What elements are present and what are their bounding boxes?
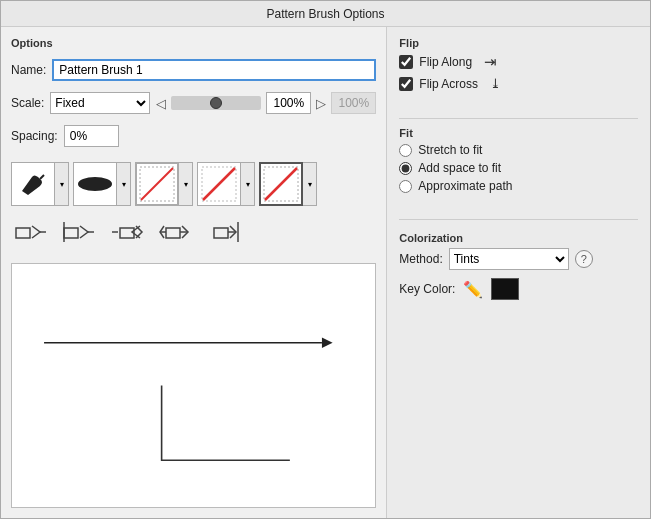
brush-tile-5-dropdown[interactable]: ▾	[303, 162, 317, 206]
scale-label: Scale:	[11, 96, 44, 110]
diagonal-tile-icon	[139, 166, 175, 202]
key-color-swatch[interactable]	[491, 278, 519, 300]
scale-select[interactable]: Fixed Proportional	[50, 92, 150, 114]
brush-tile-3-group: ▾	[135, 162, 193, 206]
svg-rect-14	[166, 228, 180, 238]
info-symbol: ?	[581, 253, 587, 265]
flip-along-checkbox[interactable]	[399, 55, 413, 69]
divider-1	[399, 118, 638, 119]
brush-tile-4[interactable]	[197, 162, 241, 206]
preview-svg	[12, 264, 375, 507]
approximate-radio[interactable]	[399, 180, 412, 193]
arrow-icon-4	[158, 218, 192, 246]
svg-rect-12	[120, 228, 134, 238]
arrow-icon-5	[206, 218, 240, 246]
fit-section-label: Fit	[399, 127, 638, 139]
brush-tile-1-group: ▾	[11, 162, 69, 206]
spacing-label: Spacing:	[11, 129, 58, 143]
brush-tile-3[interactable]	[135, 162, 179, 206]
stretch-to-fit-row: Stretch to fit	[399, 143, 638, 157]
svg-line-4	[203, 168, 235, 200]
arrow-btn-5[interactable]	[203, 216, 243, 248]
svg-point-0	[78, 177, 112, 191]
add-space-label: Add space to fit	[418, 161, 501, 175]
info-icon[interactable]: ?	[575, 250, 593, 268]
arrow-icon-3	[110, 218, 144, 246]
flip-section: Flip Flip Along ⇥ Flip Across ⤓	[399, 37, 638, 96]
flip-across-row: Flip Across ⤓	[399, 76, 638, 91]
options-section-label: Options	[11, 37, 376, 49]
brush-tip-icon	[18, 169, 48, 199]
key-color-label: Key Color:	[399, 282, 455, 296]
pattern-brush-options-dialog: Pattern Brush Options Options Name: Scal…	[0, 0, 651, 519]
flip-along-label: Flip Along	[419, 55, 472, 69]
arrow-btn-4[interactable]	[155, 216, 195, 248]
scale-slider-container: ◁ ▷	[156, 92, 376, 114]
method-row: Method: None Tints Tints and Shades Hue …	[399, 248, 638, 270]
svg-line-2	[141, 168, 173, 200]
flip-across-icon: ⤓	[490, 76, 501, 91]
scale-slider[interactable]	[171, 96, 261, 110]
spacing-input[interactable]	[64, 125, 119, 147]
name-label: Name:	[11, 63, 46, 77]
right-panel: Flip Flip Along ⇥ Flip Across ⤓ Fit	[386, 27, 650, 518]
svg-marker-21	[322, 337, 333, 348]
colorization-section: Colorization Method: None Tints Tints an…	[399, 232, 638, 300]
window-title: Pattern Brush Options	[266, 7, 384, 21]
eyedropper-icon[interactable]: ✏️	[463, 280, 483, 299]
brush-tile-2-group: ▾	[73, 162, 131, 206]
arrow-btn-3[interactable]	[107, 216, 147, 248]
flip-along-row: Flip Along ⇥	[399, 53, 638, 71]
brush-tile-2[interactable]	[73, 162, 117, 206]
flip-along-icon: ⇥	[484, 53, 497, 71]
arrow-btn-1[interactable]	[11, 216, 51, 248]
brush-tile-5-group: ▾	[259, 162, 317, 206]
svg-rect-7	[16, 228, 30, 238]
spacing-row: Spacing:	[11, 125, 376, 147]
fit-section: Fit Stretch to fit Add space to fit Appr…	[399, 127, 638, 197]
approximate-path-row: Approximate path	[399, 179, 638, 193]
method-label: Method:	[399, 252, 442, 266]
stretch-label: Stretch to fit	[418, 143, 482, 157]
left-panel: Options Name: Scale: Fixed Proportional …	[1, 27, 386, 518]
arrow-btn-2[interactable]	[59, 216, 99, 248]
brush-tile-3-dropdown[interactable]: ▾	[179, 162, 193, 206]
brush-tile-2-dropdown[interactable]: ▾	[117, 162, 131, 206]
svg-rect-9	[64, 228, 78, 238]
svg-rect-17	[214, 228, 228, 238]
name-row: Name:	[11, 59, 376, 81]
name-input[interactable]	[52, 59, 376, 81]
brush-tiles-row: ▾ ▾	[11, 162, 376, 206]
oval-stroke-icon	[76, 173, 114, 195]
arrow-icon-2	[62, 218, 96, 246]
flip-section-label: Flip	[399, 37, 638, 49]
brush-tile-4-group: ▾	[197, 162, 255, 206]
scale-percent-input-2	[331, 92, 376, 114]
brush-tile-5[interactable]	[259, 162, 303, 206]
add-space-radio[interactable]	[399, 162, 412, 175]
key-color-row: Key Color: ✏️	[399, 278, 638, 300]
brush-tile-1[interactable]	[11, 162, 55, 206]
brush-tile-4-dropdown[interactable]: ▾	[241, 162, 255, 206]
approximate-label: Approximate path	[418, 179, 512, 193]
flip-across-checkbox[interactable]	[399, 77, 413, 91]
flip-across-label: Flip Across	[419, 77, 478, 91]
brush-tile-1-dropdown[interactable]: ▾	[55, 162, 69, 206]
divider-2	[399, 219, 638, 220]
add-space-row: Add space to fit	[399, 161, 638, 175]
colorization-section-label: Colorization	[399, 232, 638, 244]
scale-left-arrow-icon: ◁	[156, 96, 166, 111]
preview-area	[11, 263, 376, 508]
diagonal-red-icon	[201, 166, 237, 202]
arrow-icon-1	[14, 218, 48, 246]
arrow-buttons-row	[11, 216, 376, 248]
stretch-radio[interactable]	[399, 144, 412, 157]
scale-percent-input[interactable]	[266, 92, 311, 114]
scale-right-arrow-icon: ▷	[316, 96, 326, 111]
method-select[interactable]: None Tints Tints and Shades Hue Shift	[449, 248, 569, 270]
scale-row: Scale: Fixed Proportional ◁ ▷	[11, 92, 376, 114]
svg-line-6	[265, 168, 297, 200]
title-bar: Pattern Brush Options	[1, 1, 650, 27]
diagonal-selected-icon	[263, 166, 299, 202]
